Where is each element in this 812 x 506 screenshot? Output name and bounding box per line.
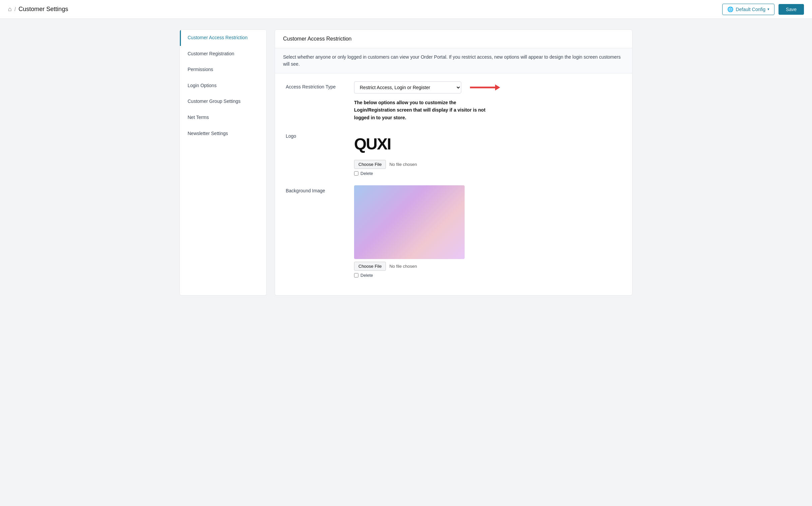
sidebar-item-customer-group-settings[interactable]: Customer Group Settings	[180, 93, 266, 110]
breadcrumb: ⌂ / Customer Settings	[8, 6, 68, 13]
logo-delete-label[interactable]: Delete	[360, 171, 373, 176]
globe-icon: 🌐	[727, 6, 734, 12]
form-section: Access Restriction Type Open Access Rest…	[275, 73, 632, 295]
breadcrumb-separator: /	[14, 6, 16, 12]
access-restriction-control: Open Access Restrict Access, Login or Re…	[354, 81, 621, 121]
bg-choose-file-button[interactable]: Choose File	[354, 262, 386, 271]
sidebar-item-customer-registration[interactable]: Customer Registration	[180, 46, 266, 62]
sidebar-item-login-options[interactable]: Login Options	[180, 78, 266, 94]
home-icon[interactable]: ⌂	[8, 6, 12, 13]
access-restriction-label: Access Restriction Type	[286, 81, 346, 89]
sidebar-item-newsletter-settings[interactable]: Newsletter Settings	[180, 126, 266, 142]
logo-display: QUXI	[354, 131, 621, 157]
sidebar: Customer Access Restriction Customer Reg…	[180, 29, 267, 296]
logo-file-name: No file chosen	[389, 162, 417, 167]
sidebar-item-net-terms[interactable]: Net Terms	[180, 110, 266, 126]
sidebar-item-customer-access-restriction[interactable]: Customer Access Restriction	[180, 30, 266, 46]
page-layout: Customer Access Restriction Customer Reg…	[172, 19, 640, 306]
restriction-description: The below options allow you to customize…	[354, 99, 495, 121]
background-image-control: Choose File No file chosen Delete	[354, 185, 621, 278]
info-text: Select whether anyone or only logged in …	[283, 54, 621, 67]
bg-file-input-row: Choose File No file chosen	[354, 262, 621, 271]
logo-row: Logo QUXI Choose File No file chosen Del…	[286, 131, 621, 176]
page-header: ⌂ / Customer Settings 🌐 Default Config ▾…	[0, 0, 812, 19]
bg-delete-row: Delete	[354, 273, 621, 278]
page-title: Customer Settings	[18, 6, 68, 13]
save-button[interactable]: Save	[779, 4, 804, 15]
header-actions: 🌐 Default Config ▾ Save	[722, 4, 804, 15]
info-box: Select whether anyone or only logged in …	[275, 48, 632, 73]
default-config-button[interactable]: 🌐 Default Config ▾	[722, 4, 774, 15]
logo-file-input-row: Choose File No file chosen	[354, 160, 621, 169]
background-image-preview	[354, 185, 465, 259]
logo-text: QUXI	[354, 135, 391, 153]
background-image-row: Background Image Choose File No file cho…	[286, 185, 621, 278]
access-dropdown-wrapper: Open Access Restrict Access, Login or Re…	[354, 81, 621, 93]
bg-delete-label[interactable]: Delete	[360, 273, 373, 278]
sidebar-item-permissions[interactable]: Permissions	[180, 62, 266, 78]
bg-file-name: No file chosen	[389, 264, 417, 269]
main-content: Customer Access Restriction Select wheth…	[275, 29, 632, 296]
access-restriction-select[interactable]: Open Access Restrict Access, Login or Re…	[354, 81, 461, 93]
logo-choose-file-button[interactable]: Choose File	[354, 160, 386, 169]
chevron-down-icon: ▾	[767, 7, 769, 11]
logo-control: QUXI Choose File No file chosen Delete	[354, 131, 621, 176]
access-restriction-row: Access Restriction Type Open Access Rest…	[286, 81, 621, 121]
logo-delete-row: Delete	[354, 171, 621, 176]
svg-marker-1	[495, 84, 500, 90]
logo-label: Logo	[286, 131, 346, 139]
bg-delete-checkbox[interactable]	[354, 273, 358, 277]
background-image-label: Background Image	[286, 185, 346, 193]
config-button-label: Default Config	[736, 7, 765, 12]
section-title: Customer Access Restriction	[275, 30, 632, 48]
arrow-annotation	[467, 82, 500, 92]
logo-delete-checkbox[interactable]	[354, 171, 358, 176]
